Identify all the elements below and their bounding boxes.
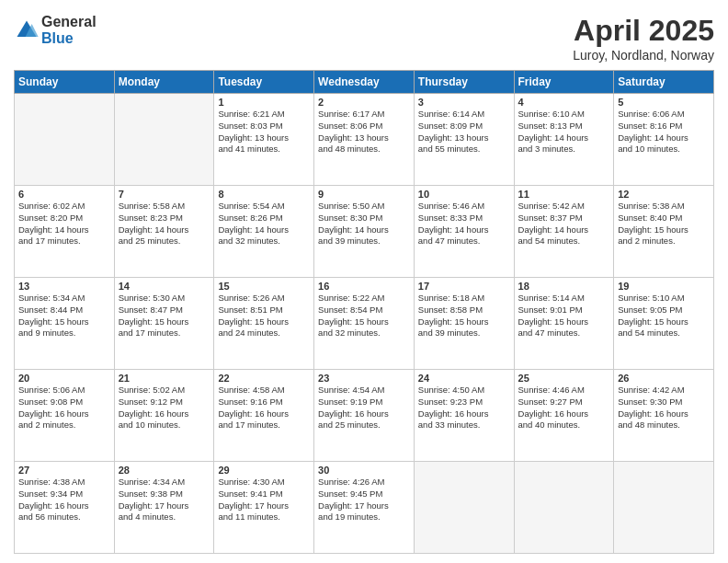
cell-info: Sunrise: 5:26 AMSunset: 8:51 PMDaylight:… [218,293,310,339]
info-line: Sunset: 8:30 PM [318,213,382,223]
day-number: 2 [318,97,410,108]
calendar-cell [15,94,115,186]
cell-info: Sunrise: 6:14 AMSunset: 8:09 PMDaylight:… [418,109,510,155]
calendar-table: SundayMondayTuesdayWednesdayThursdayFrid… [14,70,714,554]
info-line: Sunset: 8:13 PM [518,121,583,131]
info-line: and 47 minutes. [518,327,581,338]
calendar-cell: 10Sunrise: 5:46 AMSunset: 8:33 PMDayligh… [414,186,514,278]
day-number: 23 [318,373,410,384]
calendar-cell: 2Sunrise: 6:17 AMSunset: 8:06 PMDaylight… [314,94,415,186]
logo: General Blue [14,14,97,46]
info-line: Sunrise: 6:17 AM [318,109,384,119]
info-line: Sunset: 9:45 PM [318,488,382,499]
info-line: Sunset: 8:06 PM [318,121,382,131]
info-line: and 25 minutes. [318,419,381,430]
calendar-cell: 21Sunrise: 5:02 AMSunset: 9:12 PMDayligh… [114,370,214,462]
info-line: Sunset: 9:34 PM [18,488,83,499]
day-number: 14 [119,281,210,292]
weekday-header: Wednesday [314,71,415,94]
day-number: 6 [18,189,110,200]
info-line: Sunrise: 5:46 AM [418,201,484,211]
info-line: Sunrise: 4:46 AM [518,385,585,395]
info-line: Daylight: 14 hours [418,224,489,235]
info-line: and 32 minutes. [218,236,280,246]
info-line: and 24 minutes. [218,327,280,338]
info-line: Daylight: 14 hours [618,132,688,143]
info-line: Daylight: 16 hours [418,408,489,419]
calendar-week-row: 13Sunrise: 5:34 AMSunset: 8:44 PMDayligh… [15,278,714,370]
cell-info: Sunrise: 6:17 AMSunset: 8:06 PMDaylight:… [318,109,410,155]
location: Luroy, Nordland, Norway [573,48,714,63]
calendar-cell: 29Sunrise: 4:30 AMSunset: 9:41 PMDayligh… [214,462,314,554]
day-number: 8 [218,189,310,200]
cell-info: Sunrise: 6:10 AMSunset: 8:13 PMDaylight:… [518,109,610,155]
info-line: and 39 minutes. [418,327,481,338]
info-line: Sunset: 8:20 PM [18,213,83,223]
calendar-cell: 20Sunrise: 5:06 AMSunset: 9:08 PMDayligh… [15,370,115,462]
info-line: Sunset: 8:09 PM [418,121,483,131]
info-line: Sunset: 8:58 PM [418,304,483,315]
day-number: 30 [318,465,410,476]
info-line: Sunrise: 6:21 AM [218,109,284,119]
info-line: Sunset: 9:16 PM [218,396,282,407]
day-number: 28 [119,465,210,476]
info-line: Sunrise: 4:34 AM [119,477,185,487]
info-line: Sunset: 9:12 PM [119,396,183,407]
info-line: and 33 minutes. [418,419,481,430]
info-line: Daylight: 13 hours [318,132,389,143]
info-line: Daylight: 16 hours [18,408,89,419]
info-line: and 10 minutes. [119,419,181,430]
calendar-cell: 5Sunrise: 6:06 AMSunset: 8:16 PMDaylight… [614,94,714,186]
info-line: and 19 minutes. [318,511,381,522]
calendar-cell: 19Sunrise: 5:10 AMSunset: 9:05 PMDayligh… [614,278,714,370]
calendar-cell: 26Sunrise: 4:42 AMSunset: 9:30 PMDayligh… [614,370,714,462]
cell-info: Sunrise: 6:02 AMSunset: 8:20 PMDaylight:… [18,201,110,247]
weekday-header: Tuesday [214,71,314,94]
day-number: 25 [518,373,610,384]
cell-info: Sunrise: 4:54 AMSunset: 9:19 PMDaylight:… [318,385,410,431]
calendar-cell: 1Sunrise: 6:21 AMSunset: 8:03 PMDaylight… [214,94,314,186]
day-number: 7 [119,189,210,200]
day-number: 1 [218,97,310,108]
day-number: 21 [119,373,210,384]
info-line: Sunrise: 4:30 AM [218,477,284,487]
info-line: Daylight: 16 hours [618,408,688,419]
cell-info: Sunrise: 4:58 AMSunset: 9:16 PMDaylight:… [218,385,310,431]
info-line: and 17 minutes. [18,236,81,246]
cell-info: Sunrise: 5:42 AMSunset: 8:37 PMDaylight:… [518,201,610,247]
day-number: 19 [618,281,710,292]
day-number: 29 [218,465,310,476]
calendar-cell: 27Sunrise: 4:38 AMSunset: 9:34 PMDayligh… [15,462,115,554]
info-line: Daylight: 15 hours [618,316,688,327]
info-line: Sunrise: 5:06 AM [18,385,85,395]
cell-info: Sunrise: 5:14 AMSunset: 9:01 PMDaylight:… [518,293,610,339]
info-line: Daylight: 15 hours [18,316,89,327]
info-line: and 54 minutes. [518,236,581,246]
cell-info: Sunrise: 5:50 AMSunset: 8:30 PMDaylight:… [318,201,410,247]
info-line: Daylight: 14 hours [119,224,189,235]
weekday-header: Saturday [614,71,714,94]
day-number: 11 [518,189,610,200]
info-line: and 9 minutes. [18,327,75,338]
info-line: Sunrise: 6:10 AM [518,109,585,119]
info-line: Daylight: 14 hours [318,224,389,235]
day-number: 4 [518,97,610,108]
info-line: Daylight: 14 hours [518,224,589,235]
info-line: Sunset: 8:33 PM [418,213,483,223]
info-line: Sunrise: 6:02 AM [18,201,85,211]
info-line: and 2 minutes. [18,419,75,430]
day-number: 9 [318,189,410,200]
info-line: Sunset: 9:01 PM [518,304,583,315]
day-number: 17 [418,281,510,292]
info-line: Sunrise: 5:18 AM [418,293,484,303]
info-line: Sunset: 8:44 PM [18,304,83,315]
info-line: Sunrise: 5:58 AM [119,201,185,211]
info-line: and 48 minutes. [618,419,680,430]
cell-info: Sunrise: 6:21 AMSunset: 8:03 PMDaylight:… [218,109,310,155]
info-line: Sunrise: 4:54 AM [318,385,384,395]
day-number: 16 [318,281,410,292]
info-line: Daylight: 15 hours [418,316,489,327]
info-line: and 11 minutes. [218,511,280,522]
calendar-week-row: 20Sunrise: 5:06 AMSunset: 9:08 PMDayligh… [15,370,714,462]
calendar-cell: 6Sunrise: 6:02 AMSunset: 8:20 PMDaylight… [15,186,115,278]
